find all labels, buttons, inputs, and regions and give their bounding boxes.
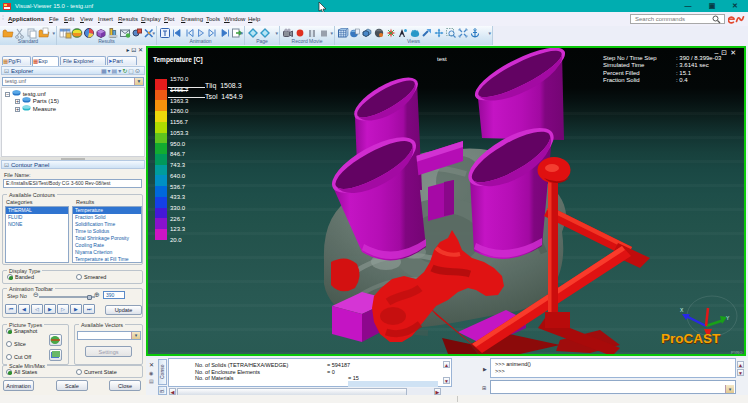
svg-text:X: X — [680, 307, 684, 313]
svg-text:Y: Y — [726, 315, 730, 321]
